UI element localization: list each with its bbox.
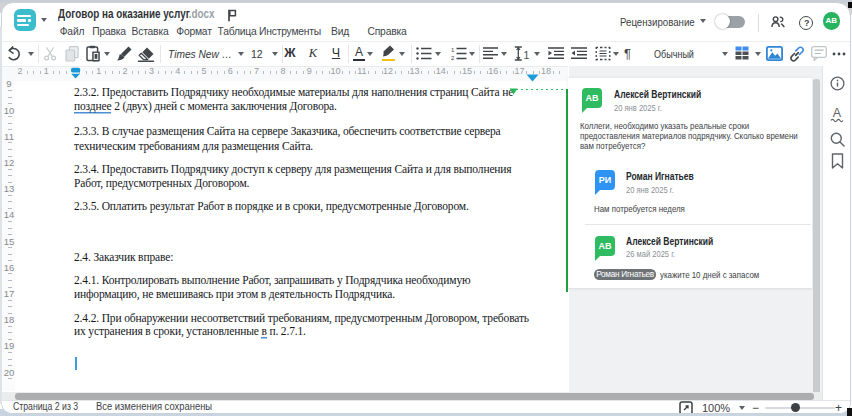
svg-text:1: 1 [451, 47, 455, 53]
svg-text:А: А [833, 106, 842, 120]
svg-text:1: 1 [524, 48, 530, 60]
svg-text:2: 2 [451, 55, 455, 60]
